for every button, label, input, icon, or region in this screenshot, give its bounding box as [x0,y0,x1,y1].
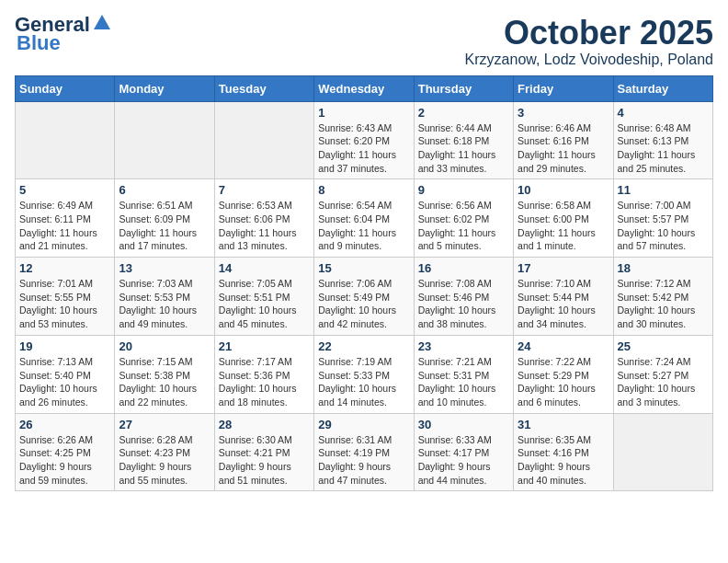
day-info: Sunrise: 6:33 AM Sunset: 4:17 PM Dayligh… [418,433,509,488]
calendar-cell: 19Sunrise: 7:13 AM Sunset: 5:40 PM Dayli… [16,335,115,413]
day-info: Sunrise: 6:49 AM Sunset: 6:11 PM Dayligh… [19,199,110,253]
day-number: 26 [19,418,110,431]
calendar-cell: 8Sunrise: 6:54 AM Sunset: 6:04 PM Daylig… [314,179,414,258]
day-info: Sunrise: 7:12 AM Sunset: 5:42 PM Dayligh… [618,277,709,331]
day-info: Sunrise: 6:46 AM Sunset: 6:16 PM Dayligh… [518,121,609,176]
calendar-cell: 27Sunrise: 6:28 AM Sunset: 4:23 PM Dayli… [115,413,214,491]
day-info: Sunrise: 6:48 AM Sunset: 6:13 PM Dayligh… [618,121,709,176]
calendar-cell: 20Sunrise: 7:15 AM Sunset: 5:38 PM Dayli… [115,335,214,413]
day-number: 13 [119,261,210,275]
day-number: 11 [618,183,709,197]
day-number: 20 [119,339,210,353]
calendar-cell: 24Sunrise: 7:22 AM Sunset: 5:29 PM Dayli… [514,335,613,413]
calendar-cell: 25Sunrise: 7:24 AM Sunset: 5:27 PM Dayli… [613,335,712,413]
day-number: 12 [19,261,110,275]
day-info: Sunrise: 6:44 AM Sunset: 6:18 PM Dayligh… [418,121,509,176]
day-info: Sunrise: 6:28 AM Sunset: 4:23 PM Dayligh… [119,433,210,488]
weekday-header-sunday: Sunday [16,75,115,101]
day-number: 18 [618,261,709,275]
calendar-cell: 28Sunrise: 6:30 AM Sunset: 4:21 PM Dayli… [214,413,313,491]
week-row-2: 5Sunrise: 6:49 AM Sunset: 6:11 PM Daylig… [16,179,713,258]
day-info: Sunrise: 6:58 AM Sunset: 6:00 PM Dayligh… [518,199,609,253]
logo: General Blue [15,15,112,55]
page-header: General Blue October 2025 Krzyzanow, Lod… [15,15,713,68]
day-number: 6 [119,183,210,197]
day-info: Sunrise: 7:24 AM Sunset: 5:27 PM Dayligh… [618,355,709,409]
day-number: 8 [318,183,409,197]
day-number: 23 [418,339,509,353]
calendar-cell: 1Sunrise: 6:43 AM Sunset: 6:20 PM Daylig… [314,101,414,179]
weekday-header-monday: Monday [115,75,214,101]
day-number: 3 [518,106,609,120]
weekday-header-friday: Friday [514,75,613,101]
calendar-cell: 17Sunrise: 7:10 AM Sunset: 5:44 PM Dayli… [514,258,613,336]
calendar-cell: 5Sunrise: 6:49 AM Sunset: 6:11 PM Daylig… [16,179,115,258]
calendar-cell: 26Sunrise: 6:26 AM Sunset: 4:25 PM Dayli… [16,413,115,491]
calendar-cell: 4Sunrise: 6:48 AM Sunset: 6:13 PM Daylig… [613,101,712,179]
day-info: Sunrise: 7:19 AM Sunset: 5:33 PM Dayligh… [318,355,409,409]
weekday-header-wednesday: Wednesday [314,75,414,101]
day-info: Sunrise: 7:06 AM Sunset: 5:49 PM Dayligh… [318,277,409,331]
calendar-cell: 14Sunrise: 7:05 AM Sunset: 5:51 PM Dayli… [214,258,313,336]
calendar-cell: 22Sunrise: 7:19 AM Sunset: 5:33 PM Dayli… [314,335,414,413]
day-info: Sunrise: 7:03 AM Sunset: 5:53 PM Dayligh… [119,277,210,331]
calendar-cell: 11Sunrise: 7:00 AM Sunset: 5:57 PM Dayli… [613,179,712,258]
day-info: Sunrise: 7:13 AM Sunset: 5:40 PM Dayligh… [19,355,110,409]
day-info: Sunrise: 6:56 AM Sunset: 6:02 PM Dayligh… [418,199,509,253]
day-info: Sunrise: 6:31 AM Sunset: 4:19 PM Dayligh… [318,433,409,488]
calendar-cell: 13Sunrise: 7:03 AM Sunset: 5:53 PM Dayli… [115,258,214,336]
day-info: Sunrise: 7:15 AM Sunset: 5:38 PM Dayligh… [119,355,210,409]
calendar-table: SundayMondayTuesdayWednesdayThursdayFrid… [15,75,713,492]
weekday-header-tuesday: Tuesday [214,75,313,101]
calendar-cell: 12Sunrise: 7:01 AM Sunset: 5:55 PM Dayli… [16,258,115,336]
day-info: Sunrise: 6:51 AM Sunset: 6:09 PM Dayligh… [119,199,210,253]
day-info: Sunrise: 6:43 AM Sunset: 6:20 PM Dayligh… [318,121,409,176]
week-row-3: 12Sunrise: 7:01 AM Sunset: 5:55 PM Dayli… [16,258,713,336]
day-number: 10 [518,183,609,197]
day-info: Sunrise: 7:08 AM Sunset: 5:46 PM Dayligh… [418,277,509,331]
day-info: Sunrise: 7:17 AM Sunset: 5:36 PM Dayligh… [219,355,310,409]
calendar-cell: 3Sunrise: 6:46 AM Sunset: 6:16 PM Daylig… [514,101,613,179]
day-number: 16 [418,261,509,275]
day-number: 1 [318,106,409,120]
svg-marker-0 [94,15,110,29]
logo-icon [92,13,112,33]
day-info: Sunrise: 6:26 AM Sunset: 4:25 PM Dayligh… [19,433,110,488]
weekday-header-thursday: Thursday [414,75,513,101]
calendar-cell: 23Sunrise: 7:21 AM Sunset: 5:31 PM Dayli… [414,335,513,413]
day-info: Sunrise: 7:10 AM Sunset: 5:44 PM Dayligh… [518,277,609,331]
day-number: 5 [19,183,110,197]
month-title: October 2025 [465,15,713,52]
day-number: 14 [219,261,310,275]
day-info: Sunrise: 7:00 AM Sunset: 5:57 PM Dayligh… [618,199,709,253]
logo-blue: Blue [17,31,61,55]
title-block: October 2025 Krzyzanow, Lodz Voivodeship… [465,15,713,68]
calendar-cell: 7Sunrise: 6:53 AM Sunset: 6:06 PM Daylig… [214,179,313,258]
day-number: 4 [618,106,709,120]
day-info: Sunrise: 7:21 AM Sunset: 5:31 PM Dayligh… [418,355,509,409]
day-number: 19 [19,339,110,353]
calendar-cell: 21Sunrise: 7:17 AM Sunset: 5:36 PM Dayli… [214,335,313,413]
calendar-cell: 9Sunrise: 6:56 AM Sunset: 6:02 PM Daylig… [414,179,513,258]
week-row-1: 1Sunrise: 6:43 AM Sunset: 6:20 PM Daylig… [16,101,713,179]
weekday-header-row: SundayMondayTuesdayWednesdayThursdayFrid… [16,75,713,101]
day-info: Sunrise: 6:30 AM Sunset: 4:21 PM Dayligh… [219,433,310,488]
weekday-header-saturday: Saturday [613,75,712,101]
calendar-cell: 15Sunrise: 7:06 AM Sunset: 5:49 PM Dayli… [314,258,414,336]
day-number: 17 [518,261,609,275]
day-info: Sunrise: 6:35 AM Sunset: 4:16 PM Dayligh… [518,433,609,488]
calendar-cell: 16Sunrise: 7:08 AM Sunset: 5:46 PM Dayli… [414,258,513,336]
calendar-cell: 6Sunrise: 6:51 AM Sunset: 6:09 PM Daylig… [115,179,214,258]
calendar-cell [16,101,115,179]
day-number: 27 [119,418,210,431]
calendar-cell: 31Sunrise: 6:35 AM Sunset: 4:16 PM Dayli… [514,413,613,491]
calendar-cell: 2Sunrise: 6:44 AM Sunset: 6:18 PM Daylig… [414,101,513,179]
calendar-cell: 29Sunrise: 6:31 AM Sunset: 4:19 PM Dayli… [314,413,414,491]
location-title: Krzyzanow, Lodz Voivodeship, Poland [465,52,713,68]
calendar-cell [613,413,712,491]
day-number: 9 [418,183,509,197]
day-number: 21 [219,339,310,353]
day-number: 2 [418,106,509,120]
day-number: 22 [318,339,409,353]
day-number: 31 [518,418,609,431]
